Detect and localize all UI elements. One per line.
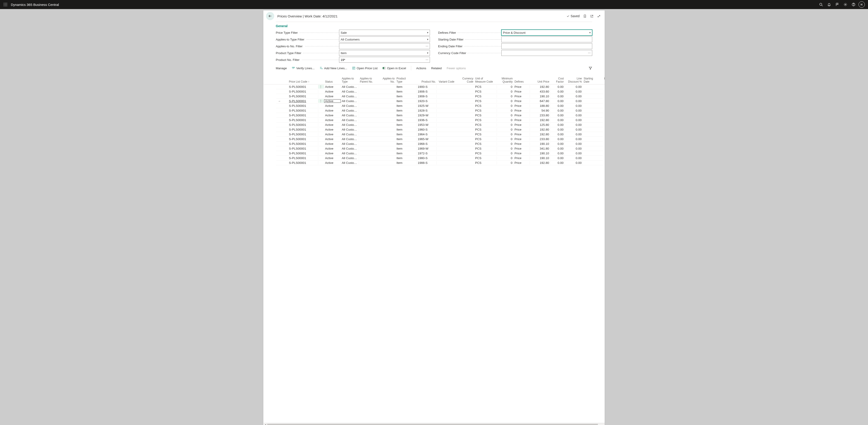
app-launcher-icon[interactable] — [2, 1, 8, 8]
svg-point-11 — [845, 4, 846, 5]
svg-point-13 — [853, 5, 854, 5]
app-title: Dynamics 365 Business Central — [11, 3, 59, 6]
svg-point-5 — [6, 4, 7, 5]
svg-point-3 — [4, 4, 4, 5]
settings-gear-icon[interactable] — [841, 0, 849, 9]
svg-line-10 — [822, 5, 823, 6]
svg-point-1 — [5, 3, 6, 4]
svg-point-9 — [819, 3, 822, 5]
global-header: Dynamics 365 Business Central IK — [0, 0, 868, 9]
notifications-icon[interactable] — [825, 0, 833, 9]
search-icon[interactable] — [817, 0, 825, 9]
svg-point-6 — [4, 6, 4, 6]
svg-point-0 — [4, 3, 4, 4]
svg-point-4 — [5, 4, 6, 5]
svg-point-7 — [5, 6, 6, 6]
flag-icon[interactable] — [833, 0, 841, 9]
user-avatar[interactable]: IK — [858, 0, 866, 9]
avatar-initials: IK — [859, 1, 865, 8]
help-icon[interactable] — [849, 0, 858, 9]
svg-point-2 — [6, 3, 7, 4]
svg-point-8 — [6, 6, 7, 6]
